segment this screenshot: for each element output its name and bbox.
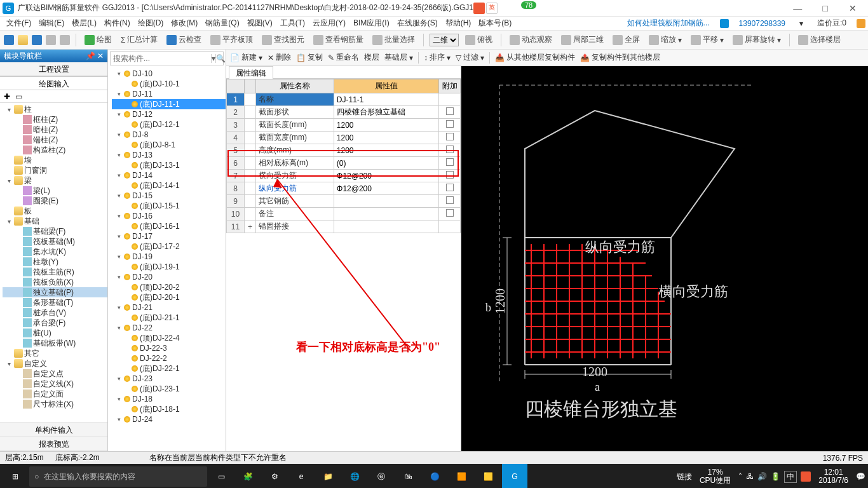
- nav-group[interactable]: ▾基础: [3, 216, 107, 226]
- app-icon-3[interactable]: 🌐: [342, 464, 367, 488]
- nav-item[interactable]: 构造柱(Z): [3, 145, 107, 155]
- app-icon-2[interactable]: ⚙: [262, 464, 287, 488]
- menu-view[interactable]: 视图(V): [243, 18, 276, 29]
- sogou-icon[interactable]: [473, 3, 485, 14]
- menu-online[interactable]: 在线服务(S): [393, 18, 442, 29]
- nav-group[interactable]: ▾自定义: [3, 358, 107, 369]
- dropdown-icon[interactable]: ▾: [796, 19, 807, 28]
- property-row[interactable]: 1名称DJ-11-1: [227, 93, 461, 106]
- component-group[interactable]: ▾DJ-15: [112, 191, 226, 201]
- menu-modify[interactable]: 修改(M): [167, 18, 201, 29]
- nav-group[interactable]: 门窗洞: [3, 165, 107, 175]
- property-row[interactable]: 6相对底标高(m)(0): [227, 157, 461, 170]
- save-icon[interactable]: [32, 35, 42, 45]
- search-dropdown-icon[interactable]: ▾: [211, 54, 215, 63]
- close-button[interactable]: ✕: [840, 3, 865, 13]
- view-rebar-button[interactable]: 查看钢筋量: [311, 33, 366, 46]
- menu-file[interactable]: 文件(F): [3, 18, 35, 29]
- nav-item[interactable]: 梁(L): [3, 186, 107, 196]
- net-label[interactable]: 链接: [677, 471, 692, 482]
- collapse-icon[interactable]: ▭: [15, 92, 22, 101]
- nav-item[interactable]: 基础板带(W): [3, 338, 107, 348]
- nav-tab-draw[interactable]: 绘图输入: [0, 76, 107, 90]
- component-group[interactable]: ▾DJ-24: [112, 414, 226, 424]
- pin-icon[interactable]: 📌 ✕: [86, 51, 104, 60]
- taskbar-clock[interactable]: 12:012018/7/6: [815, 468, 852, 485]
- undo-icon[interactable]: [46, 35, 56, 45]
- nav-item[interactable]: 桩承台(V): [3, 308, 107, 318]
- start-button[interactable]: ⊞: [3, 464, 28, 488]
- zoom-button[interactable]: 缩放 ▾: [646, 33, 684, 46]
- delete-comp-button[interactable]: ✕ 删除: [268, 52, 291, 63]
- nav-group[interactable]: 墙: [3, 155, 107, 165]
- local3d-button[interactable]: 局部三维: [559, 33, 606, 46]
- rename-comp-button[interactable]: ✎ 重命名: [328, 52, 359, 63]
- component-group[interactable]: ▾DJ-17: [112, 231, 226, 241]
- component-group[interactable]: ▾DJ-22: [112, 323, 226, 333]
- property-row[interactable]: 8纵向受力筋Φ12@200: [227, 182, 461, 195]
- menu-rebar[interactable]: 钢筋量(Q): [201, 18, 243, 29]
- nav-item[interactable]: 条形基础(T): [3, 297, 107, 308]
- tray-net-icon[interactable]: 🖧: [746, 472, 754, 481]
- component-item[interactable]: (底)DJ-22-1: [112, 363, 226, 374]
- component-group[interactable]: ▾DJ-18: [112, 394, 226, 404]
- nav-item[interactable]: 自定义线(X): [3, 379, 107, 389]
- property-row[interactable]: 11+锚固搭接: [227, 220, 461, 233]
- help-link[interactable]: 如何处理筏板附加钢筋...: [623, 18, 714, 29]
- property-row[interactable]: 7横向受力筋Φ12@200: [227, 170, 461, 182]
- pan-button[interactable]: 平移 ▾: [688, 33, 726, 46]
- nav-item[interactable]: 桩(U): [3, 328, 107, 338]
- component-group[interactable]: ▾DJ-14: [112, 170, 226, 180]
- property-row[interactable]: 4截面宽度(mm)1200: [227, 132, 461, 144]
- copy-comp-button[interactable]: 📋 复制: [296, 52, 323, 63]
- menu-bim[interactable]: BIM应用(I): [349, 18, 393, 29]
- component-item[interactable]: (底)DJ-14-1: [112, 180, 226, 191]
- fullscreen-button[interactable]: 全屏: [610, 33, 642, 46]
- component-group[interactable]: ▾DJ-13: [112, 150, 226, 160]
- topview-button[interactable]: 俯视: [463, 33, 495, 46]
- select-floor-button[interactable]: 选择楼层: [796, 33, 843, 46]
- nav-item[interactable]: 柱墩(Y): [3, 257, 107, 267]
- property-grid[interactable]: 属性名称 属性值 附加 1名称DJ-11-12截面形状四棱锥台形独立基础3截面长…: [226, 79, 461, 233]
- app-icon-6[interactable]: 🟨: [475, 464, 501, 488]
- nav-tree[interactable]: ▾柱框柱(Z)暗柱(Z)端柱(Z)构造柱(Z)墙门窗洞▾梁梁(L)圈梁(E)板▾…: [0, 103, 107, 423]
- menu-cloud[interactable]: 云应用(Y): [309, 18, 349, 29]
- component-group[interactable]: ▾DJ-11: [112, 89, 226, 99]
- component-item[interactable]: (底)DJ-23-1: [112, 384, 226, 394]
- ime-lang-icon[interactable]: 英: [486, 3, 498, 14]
- component-item[interactable]: (顶)DJ-20-2: [112, 282, 226, 292]
- menu-help[interactable]: 帮助(H): [442, 18, 475, 29]
- taskview-icon[interactable]: ▭: [208, 464, 234, 488]
- flat-top-button[interactable]: 平齐板顶: [208, 33, 255, 46]
- copy-from-floor-button[interactable]: 📥 从其他楼层复制构件: [495, 52, 575, 63]
- nav-item[interactable]: 圈梁(E): [3, 196, 107, 206]
- ie-icon[interactable]: ⓔ: [369, 464, 394, 488]
- component-tree[interactable]: ▾DJ-10(底)DJ-10-1▾DJ-11(底)DJ-11-1▾DJ-12(底…: [108, 67, 226, 451]
- ggj-taskbar-icon[interactable]: G: [502, 464, 527, 488]
- component-item[interactable]: (底)DJ-12-1: [112, 119, 226, 130]
- drawing-viewport[interactable]: 纵向受力筋 横向受力筋 1200 b 1200 a 四棱锥台形独立基: [461, 66, 868, 451]
- property-row[interactable]: 10备注: [227, 208, 461, 220]
- app-icon-4[interactable]: 🔵: [422, 464, 447, 488]
- base-floor-select[interactable]: 基础层 ▾: [384, 52, 413, 63]
- notification-icon[interactable]: 💬: [856, 472, 865, 481]
- component-group[interactable]: ▾DJ-16: [112, 211, 226, 221]
- redo-icon[interactable]: [60, 35, 70, 45]
- user-id[interactable]: 13907298339: [735, 19, 789, 28]
- search-input[interactable]: [111, 54, 211, 63]
- component-item[interactable]: (底)DJ-13-1: [112, 160, 226, 170]
- expand-icon[interactable]: ✚: [4, 92, 10, 101]
- new-icon[interactable]: [4, 35, 14, 45]
- cloud-check-button[interactable]: 云检查: [164, 33, 204, 46]
- component-group[interactable]: ▾DJ-12: [112, 109, 226, 119]
- component-group[interactable]: ▾DJ-20: [112, 272, 226, 282]
- app-icon-1[interactable]: 🧩: [235, 464, 261, 488]
- app-icon-5[interactable]: 🟧: [449, 464, 474, 488]
- edge-icon[interactable]: e: [288, 464, 314, 488]
- store-icon[interactable]: 🛍: [395, 464, 421, 488]
- property-row[interactable]: 2截面形状四棱锥台形独立基础: [227, 106, 461, 119]
- tray-ime-icon[interactable]: 中: [784, 471, 797, 483]
- cpu-meter[interactable]: 17%CPU使用: [696, 468, 735, 485]
- component-item[interactable]: (底)DJ-10-1: [112, 79, 226, 89]
- find-element-button[interactable]: 查找图元: [259, 33, 307, 46]
